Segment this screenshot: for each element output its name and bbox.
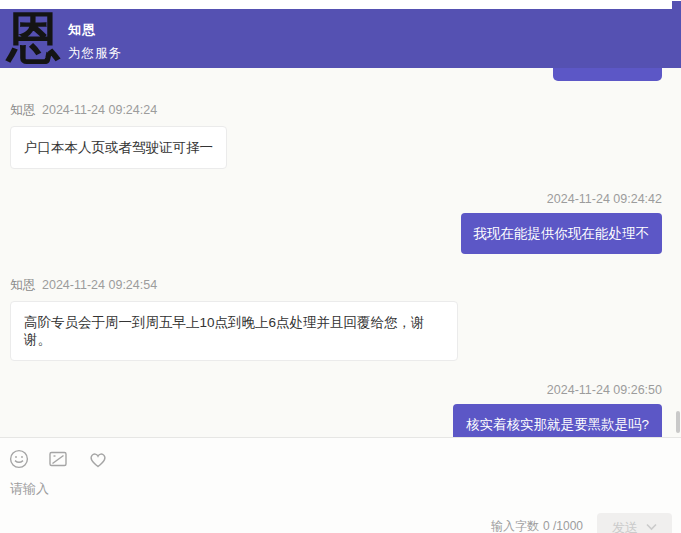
send-button-label: 发送 bbox=[612, 519, 638, 533]
scrollbar-thumb[interactable] bbox=[676, 411, 680, 433]
scrollbar-thumb[interactable] bbox=[672, 1, 681, 9]
message-meta: 知恩2024-11-24 09:24:24 bbox=[10, 102, 681, 119]
image-button[interactable] bbox=[45, 446, 71, 472]
message-meta: 2024-11-24 09:26:50 bbox=[0, 383, 662, 397]
emoji-icon bbox=[8, 458, 30, 473]
timestamp: 2024-11-24 09:24:54 bbox=[42, 278, 157, 292]
image-icon bbox=[47, 458, 69, 473]
message-input[interactable] bbox=[8, 478, 512, 506]
favorite-button[interactable] bbox=[84, 446, 112, 472]
brand-block: 知恩 为您服务 bbox=[68, 21, 122, 62]
sender-name: 知恩 bbox=[10, 278, 35, 292]
page-top-strip bbox=[0, 0, 681, 9]
emoji-button[interactable] bbox=[6, 446, 32, 472]
message-meta: 知恩2024-11-24 09:24:54 bbox=[10, 277, 681, 294]
clipped-message-bubble bbox=[553, 68, 662, 81]
char-counter: 输入字数0 /1000 bbox=[491, 518, 583, 533]
agent-message: 知恩2024-11-24 09:24:24 户口本本人页或者驾驶证可择一 bbox=[10, 68, 681, 169]
user-message: 2024-11-24 09:24:42 我现在能提供你现在能处理不 bbox=[0, 192, 662, 254]
char-count-value: 0 bbox=[543, 519, 550, 533]
char-limit: /1000 bbox=[553, 519, 583, 533]
timestamp: 2024-11-24 09:24:42 bbox=[547, 192, 662, 206]
agent-message: 知恩2024-11-24 09:24:54 高阶专员会于周一到周五早上10点到晚… bbox=[10, 277, 681, 361]
timestamp: 2024-11-24 09:24:24 bbox=[42, 103, 157, 117]
char-counter-label: 输入字数 bbox=[491, 519, 539, 533]
brand-tagline: 为您服务 bbox=[68, 45, 122, 62]
chevron-down-icon bbox=[646, 519, 657, 533]
chat-header: 恩 知恩 为您服务 bbox=[0, 9, 681, 68]
send-button[interactable]: 发送 bbox=[597, 513, 672, 533]
heart-icon bbox=[86, 458, 110, 473]
composer: 输入字数0 /1000 发送 bbox=[0, 437, 681, 533]
timestamp: 2024-11-24 09:26:50 bbox=[547, 383, 662, 397]
chat-history[interactable]: 知恩2024-11-24 09:24:24 户口本本人页或者驾驶证可择一 202… bbox=[0, 68, 681, 437]
brand-name: 知恩 bbox=[68, 21, 122, 39]
message-bubble: 我现在能提供你现在能处理不 bbox=[461, 213, 663, 254]
brand-logo: 恩 bbox=[7, 3, 61, 71]
message-bubble: 户口本本人页或者驾驶证可择一 bbox=[10, 126, 227, 169]
message-meta: 2024-11-24 09:24:42 bbox=[0, 192, 662, 206]
sender-name: 知恩 bbox=[10, 103, 35, 117]
composer-toolbar bbox=[0, 438, 681, 472]
user-message: 2024-11-24 09:26:50 核实着核实那就是要黑款是吗? bbox=[0, 383, 662, 445]
message-bubble: 高阶专员会于周一到周五早上10点到晚上6点处理并且回覆给您，谢谢。 bbox=[10, 301, 458, 361]
